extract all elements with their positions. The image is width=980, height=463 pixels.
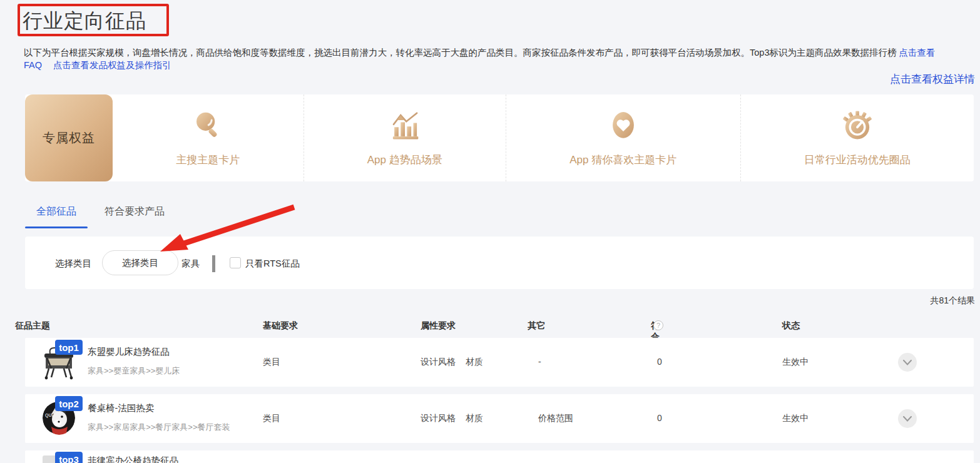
qualified-count: 0	[657, 357, 662, 367]
tab-qualified-products[interactable]: 符合要求产品	[100, 205, 169, 218]
help-icon[interactable]: ?	[653, 320, 663, 330]
table-header-row: 征品主题 基础要求 属性要求 其它 符合要求产品? 状态	[0, 320, 980, 334]
search-icon	[191, 109, 225, 145]
rights-detail-link[interactable]: 点击查看权益详情	[890, 72, 975, 86]
status-text: 生效中	[782, 357, 809, 368]
faq-line: FAQ 点击查看发品权益及操作指引	[24, 59, 171, 71]
expand-row-button[interactable]	[898, 409, 917, 428]
other-requirement: -	[538, 357, 541, 367]
status-text: 生效中	[782, 413, 809, 424]
rts-only-checkbox[interactable]	[230, 257, 241, 268]
expand-row-button[interactable]	[898, 353, 917, 372]
other-requirement: 价格范围	[538, 413, 573, 424]
faq-link[interactable]: FAQ	[24, 60, 42, 70]
publish-guide-link[interactable]: 点击查看发品权益及操作指引	[53, 60, 171, 70]
attribute-requirements: 设计风格材质	[421, 357, 493, 368]
benefits-bar: 专属权益 主搜主题卡片	[25, 94, 974, 181]
page: 行业定向征品 以下为平台根据买家规模，询盘增长情况，商品供给饱和度等数据维度，挑…	[0, 0, 980, 463]
category-path: 家具>>家居家具>>餐厅家具>>餐厅套装	[88, 422, 230, 433]
filter-divider	[212, 255, 215, 272]
basic-requirement: 类目	[263, 413, 280, 424]
table-row: top3 菲律宾办公椅趋势征品	[25, 450, 974, 463]
active-tab-underline	[25, 226, 88, 228]
table-row: top1 东盟婴儿床趋势征品 家具>>婴童家具>>婴儿床 类目 设计风格材质 -…	[25, 338, 974, 387]
rank-badge-top3: top3	[55, 452, 83, 463]
benefit-label: App 趋势品场景	[367, 153, 442, 167]
benefit-label: App 猜你喜欢主题卡片	[569, 153, 676, 167]
filter-panel: 选择类目 选择类目 家具 只看RTS征品	[25, 237, 974, 289]
rank-badge-top2: top2	[55, 396, 83, 411]
col-header-other: 其它	[528, 320, 545, 332]
rank-badge-top1: top1	[55, 340, 83, 355]
rts-only-label[interactable]: 只看RTS征品	[245, 258, 300, 270]
select-category-button[interactable]: 选择类目	[102, 250, 178, 275]
benefit-item-guess-you-like: App 猜你喜欢主题卡片	[506, 94, 741, 181]
timer-icon	[840, 109, 874, 145]
category-path: 家具>>婴童家具>>婴儿床	[88, 365, 180, 377]
results-count: 共81个结果	[930, 295, 975, 307]
benefits-tab: 专属权益	[25, 94, 113, 181]
chevron-down-icon	[903, 360, 912, 365]
selected-category-value: 家具	[181, 258, 200, 270]
benefit-item-trend-scene: App 趋势品场景	[304, 94, 507, 181]
solicitation-title: 餐桌椅-法国热卖	[88, 402, 154, 414]
col-header-status: 状态	[782, 320, 800, 332]
benefit-label: 日常行业活动优先圈品	[804, 153, 911, 167]
benefit-item-priority-selection: 日常行业活动优先圈品	[741, 94, 974, 181]
heart-icon	[606, 109, 640, 145]
col-header-attributes: 属性要求	[421, 320, 456, 332]
basic-requirement: 类目	[263, 357, 280, 368]
table-row: QUI top2 餐桌椅-法国热卖 家具>>家居家具>>餐厅家具>>餐厅套装 类…	[25, 394, 974, 443]
category-filter-label: 选择类目	[55, 258, 91, 270]
benefit-label: 主搜主题卡片	[176, 153, 240, 167]
trend-chart-icon	[388, 109, 422, 145]
attribute-requirements: 设计风格材质	[421, 413, 493, 424]
description-text: 以下为平台根据买家规模，询盘增长情况，商品供给饱和度等数据维度，挑选出目前潜力大…	[24, 48, 896, 58]
view-ranking-link[interactable]: 点击查看	[899, 48, 935, 58]
col-header-theme: 征品主题	[15, 320, 50, 332]
solicitation-title: 东盟婴儿床趋势征品	[88, 346, 170, 358]
tab-all-solicitations[interactable]: 全部征品	[25, 205, 88, 218]
page-description: 以下为平台根据买家规模，询盘增长情况，商品供给饱和度等数据维度，挑选出目前潜力大…	[24, 46, 976, 59]
chevron-down-icon	[903, 416, 912, 422]
qualified-count: 0	[657, 413, 662, 423]
solicitation-title: 菲律宾办公椅趋势征品	[88, 455, 178, 463]
benefit-item-search-card: 主搜主题卡片	[113, 94, 304, 181]
col-header-basic: 基础要求	[263, 320, 298, 332]
annotation-red-box	[18, 4, 169, 36]
